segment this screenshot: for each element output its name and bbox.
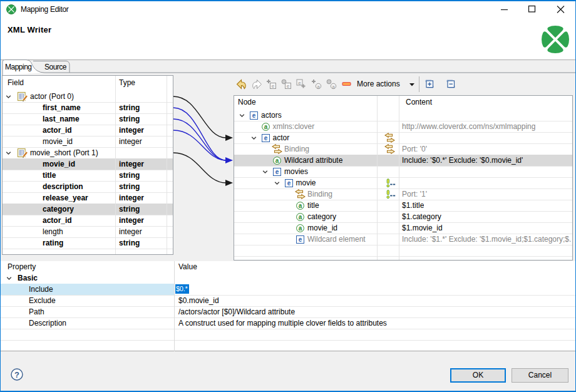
svg-text:a: a: [264, 123, 267, 130]
svg-text:a: a: [299, 214, 302, 220]
svg-text:e: e: [275, 168, 279, 175]
svg-text:a: a: [275, 157, 279, 164]
svg-text:a: a: [332, 84, 335, 90]
svg-text:e: e: [287, 83, 290, 89]
svg-text:e: e: [298, 80, 301, 86]
svg-text:a: a: [317, 84, 320, 90]
svg-text:e: e: [272, 83, 275, 89]
svg-text:e: e: [252, 112, 256, 119]
svg-text:e: e: [264, 135, 267, 142]
svg-text:a: a: [299, 225, 302, 232]
svg-text:?: ?: [14, 370, 19, 379]
svg-text:e: e: [287, 180, 291, 187]
svg-text:e: e: [299, 236, 302, 243]
svg-text:a: a: [299, 202, 302, 209]
